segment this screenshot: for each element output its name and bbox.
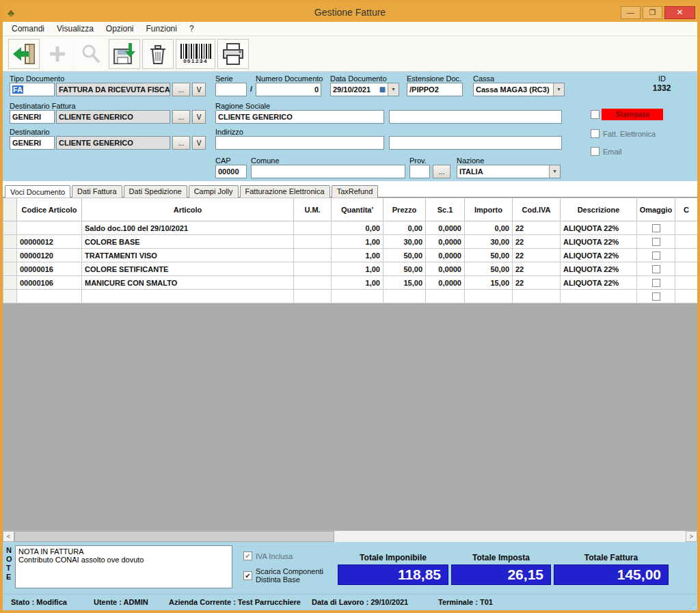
- col-descrizione[interactable]: Descrizione: [561, 198, 637, 221]
- cell-quantita[interactable]: 1,00: [332, 262, 383, 276]
- row-selector[interactable]: [3, 290, 17, 303]
- cell-prezzo[interactable]: 15,00: [383, 276, 426, 290]
- tipo-documento-validate-button[interactable]: V: [192, 83, 206, 96]
- prov-browse-button[interactable]: ...: [433, 165, 450, 178]
- omaggio-checkbox[interactable]: [652, 292, 660, 301]
- minimize-button[interactable]: —: [621, 6, 641, 19]
- col-um[interactable]: U.M.: [294, 198, 332, 221]
- cell-codice-articolo[interactable]: 00000106: [17, 276, 82, 290]
- indirizzo-input-2[interactable]: [389, 136, 562, 150]
- tab-voci-documento[interactable]: Voci Documento: [5, 185, 70, 197]
- tipo-documento-code-input[interactable]: FA: [10, 83, 55, 96]
- dropdown-arrow-icon[interactable]: ▼: [553, 83, 564, 96]
- prov-input[interactable]: [409, 165, 430, 178]
- dropdown-arrow-icon[interactable]: ▼: [388, 83, 399, 96]
- cell-codice-articolo[interactable]: 00000016: [17, 262, 82, 276]
- fatt-elettronica-checkbox[interactable]: [591, 129, 600, 138]
- cell-articolo[interactable]: MANICURE CON SMALTO: [82, 276, 294, 290]
- cell-um[interactable]: [294, 221, 332, 235]
- cell-articolo[interactable]: [82, 290, 294, 303]
- cell-sc1[interactable]: 0,0000: [426, 235, 465, 249]
- scroll-right-button[interactable]: >: [686, 531, 697, 542]
- cell-codiva[interactable]: [513, 290, 561, 303]
- col-sc1[interactable]: Sc.1: [426, 198, 465, 221]
- row-selector[interactable]: [3, 262, 17, 276]
- serie-input[interactable]: [215, 83, 247, 96]
- tab-campi-jolly[interactable]: Campi Jolly: [189, 185, 239, 197]
- destinatario-validate-button[interactable]: V: [192, 136, 206, 150]
- cell-sc1[interactable]: 0,0000: [426, 249, 465, 262]
- cell-prezzo[interactable]: 50,00: [383, 262, 426, 276]
- cell-codiva[interactable]: 22: [513, 276, 561, 290]
- cell-prezzo[interactable]: 50,00: [383, 249, 426, 262]
- cell-importo[interactable]: 50,00: [465, 262, 513, 276]
- scroll-left-button[interactable]: <: [3, 531, 14, 542]
- cell-articolo[interactable]: COLORE SETIFICANTE: [82, 262, 294, 276]
- cell-importo[interactable]: 0,00: [465, 221, 513, 235]
- print-button[interactable]: [217, 39, 249, 69]
- menu-funzioni[interactable]: Funzioni: [140, 23, 183, 35]
- cell-codice-articolo[interactable]: [17, 290, 82, 303]
- cell-codiva[interactable]: 22: [513, 249, 561, 262]
- ragione-sociale-input[interactable]: CLIENTE GENERICO: [215, 110, 384, 124]
- cell-sc1[interactable]: 0,0000: [426, 262, 465, 276]
- cell-importo[interactable]: 50,00: [465, 249, 513, 262]
- cell-sc1[interactable]: [426, 290, 465, 303]
- delete-button[interactable]: [142, 39, 174, 69]
- row-selector[interactable]: [3, 276, 17, 290]
- cell-prezzo[interactable]: 0,00: [383, 221, 426, 235]
- omaggio-checkbox[interactable]: [652, 224, 660, 232]
- cell-quantita[interactable]: 1,00: [332, 276, 383, 290]
- destinatario-fattura-desc-field[interactable]: CLIENTE GENERICO: [56, 110, 170, 124]
- omaggio-checkbox[interactable]: [652, 279, 660, 287]
- menu-help[interactable]: ?: [183, 23, 200, 35]
- cell-articolo[interactable]: Saldo doc.100 del 29/10/2021: [82, 221, 294, 235]
- cell-articolo[interactable]: COLORE BASE: [82, 235, 294, 249]
- row-selector[interactable]: [3, 249, 17, 262]
- cell-descrizione[interactable]: ALIQUOTA 22%: [561, 262, 637, 276]
- tab-taxrefund[interactable]: TaxRefund: [332, 185, 379, 197]
- save-button[interactable]: [109, 39, 140, 69]
- tab-fatturazione-elettronica[interactable]: Fatturazione Elettronica: [240, 185, 330, 197]
- cell-codice-articolo[interactable]: [17, 221, 82, 235]
- resize-grip[interactable]: ⋰: [688, 602, 695, 610]
- col-prezzo[interactable]: Prezzo: [383, 198, 426, 221]
- menu-visualizza[interactable]: Visualizza: [51, 23, 100, 35]
- col-importo[interactable]: Importo: [465, 198, 513, 221]
- cell-um[interactable]: [294, 276, 332, 290]
- destinatario-fattura-browse-button[interactable]: ...: [172, 110, 190, 124]
- destinatario-fattura-validate-button[interactable]: V: [192, 110, 206, 124]
- omaggio-checkbox[interactable]: [652, 251, 660, 260]
- comune-input[interactable]: [251, 165, 405, 178]
- maximize-button[interactable]: ❐: [643, 6, 662, 19]
- tab-dati-fattura[interactable]: Dati Fattura: [72, 185, 122, 197]
- cell-codice-articolo[interactable]: 00000120: [17, 249, 82, 262]
- indirizzo-input[interactable]: [215, 136, 384, 150]
- menu-comandi[interactable]: Comandi: [5, 23, 51, 35]
- cell-sc1[interactable]: 0,0000: [426, 221, 465, 235]
- cell-descrizione[interactable]: ALIQUOTA 22%: [561, 276, 637, 290]
- col-codiva[interactable]: Cod.IVA: [513, 198, 561, 221]
- destinatario-desc-field[interactable]: CLIENTE GENERICO: [56, 136, 170, 150]
- iva-inclusa-checkbox[interactable]: [243, 551, 252, 560]
- cell-descrizione[interactable]: ALIQUOTA 22%: [561, 235, 637, 249]
- cell-prezzo[interactable]: 30,00: [383, 235, 426, 249]
- cell-codiva[interactable]: 22: [513, 235, 561, 249]
- cell-quantita[interactable]: 1,00: [332, 235, 383, 249]
- cell-um[interactable]: [294, 262, 332, 276]
- note-textarea[interactable]: NOTA IN FATTURA Contributo CONAI assolto…: [15, 545, 232, 588]
- row-selector[interactable]: [3, 221, 17, 235]
- data-documento-input[interactable]: 29/10/2021 ▦ ▼: [330, 83, 399, 96]
- destinatario-fattura-code-input[interactable]: GENERI: [10, 110, 55, 124]
- cell-descrizione[interactable]: [561, 290, 637, 303]
- cap-input[interactable]: 00000: [215, 165, 247, 178]
- cell-prezzo[interactable]: [383, 290, 426, 303]
- barcode-button[interactable]: 001234: [176, 39, 215, 69]
- omaggio-checkbox[interactable]: [652, 265, 660, 273]
- ragione-sociale-input-2[interactable]: [389, 110, 562, 124]
- cell-codice-articolo[interactable]: 00000012: [17, 235, 82, 249]
- scarica-componenti-checkbox[interactable]: [243, 571, 252, 580]
- row-selector[interactable]: [3, 235, 17, 249]
- cell-codiva[interactable]: 22: [513, 262, 561, 276]
- col-omaggio[interactable]: Omaggio: [637, 198, 675, 221]
